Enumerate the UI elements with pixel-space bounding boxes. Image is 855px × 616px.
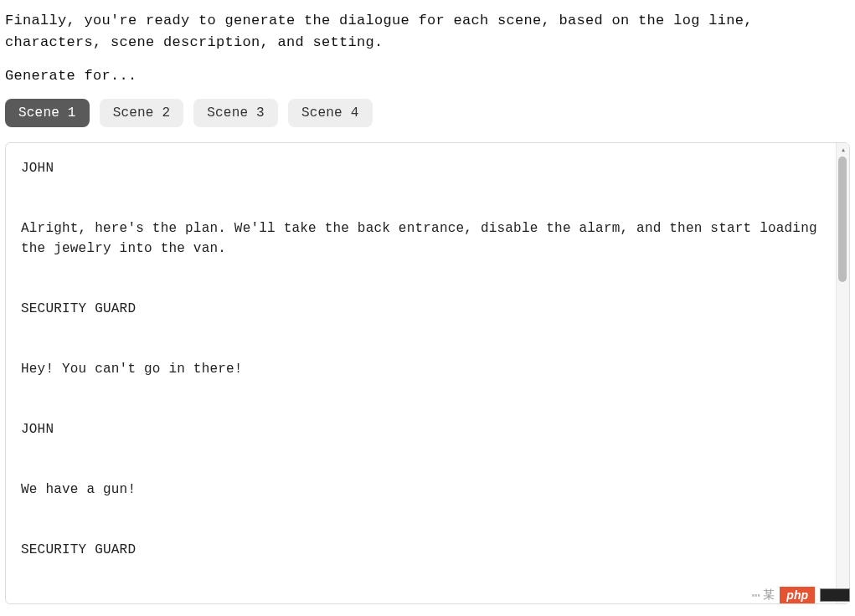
dialogue-output: JOHN Alright, here's the plan. We'll tak… [6,143,849,603]
scrollbar[interactable]: ▴ ▾ [836,143,849,603]
intro-text: Finally, you're ready to generate the di… [5,10,850,53]
tab-scene-3[interactable]: Scene 3 [193,99,278,127]
watermark-text: 某 [763,588,775,603]
generate-label: Generate for... [5,68,850,84]
tab-scene-2[interactable]: Scene 2 [100,99,184,127]
php-badge: php [780,587,815,603]
watermark-box-icon [820,588,850,602]
dialogue-output-panel: JOHN Alright, here's the plan. We'll tak… [5,142,850,604]
tab-scene-4[interactable]: Scene 4 [288,99,373,127]
scroll-up-icon[interactable]: ▴ [837,143,850,157]
watermark: ⋯ 某 php [752,586,851,604]
scroll-thumb[interactable] [838,157,847,282]
tab-scene-1[interactable]: Scene 1 [5,99,90,127]
watermark-dots-icon: ⋯ [752,586,759,604]
scene-tabs: Scene 1 Scene 2 Scene 3 Scene 4 [5,99,850,127]
